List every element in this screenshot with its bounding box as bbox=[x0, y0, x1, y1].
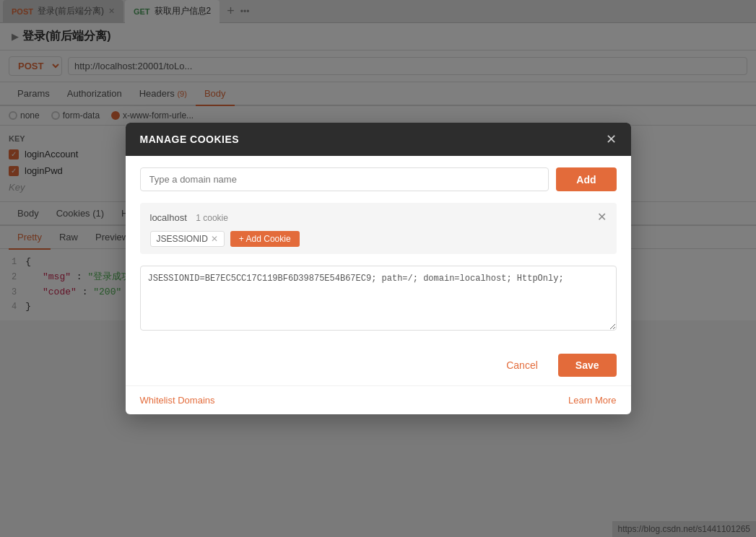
learn-more-link[interactable]: Learn More bbox=[568, 395, 616, 406]
cookie-tags-row: JSESSIONID ✕ + Add Cookie bbox=[150, 231, 607, 247]
domain-input-row: Add bbox=[140, 167, 617, 191]
add-domain-button[interactable]: Add bbox=[556, 167, 616, 191]
domain-close-button[interactable]: ✕ bbox=[597, 210, 607, 224]
cookie-editor[interactable]: JSESSIONID=BE7EC5CC17C119BF6D39875E54B67… bbox=[140, 266, 617, 331]
domain-input[interactable] bbox=[140, 167, 549, 191]
cookie-tag-name: JSESSIONID bbox=[157, 234, 208, 244]
cookie-count: 1 cookie bbox=[196, 213, 228, 223]
whitelist-domains-link[interactable]: Whitelist Domains bbox=[140, 395, 215, 406]
cookie-tag-close[interactable]: ✕ bbox=[211, 234, 218, 244]
modal-bottom-links: Whitelist Domains Learn More bbox=[126, 385, 631, 414]
cancel-button[interactable]: Cancel bbox=[495, 354, 549, 377]
manage-cookies-modal: MANAGE COOKIES ✕ Add localhost 1 cookie … bbox=[126, 123, 631, 414]
cookie-domain-name: localhost bbox=[150, 212, 187, 223]
modal-title: MANAGE COOKIES bbox=[140, 134, 240, 145]
save-button[interactable]: Save bbox=[558, 354, 617, 377]
cookie-domain-header: localhost 1 cookie ✕ bbox=[150, 210, 607, 224]
add-cookie-button[interactable]: + Add Cookie bbox=[230, 231, 300, 247]
modal-header: MANAGE COOKIES ✕ bbox=[126, 123, 631, 156]
modal-close-button[interactable]: ✕ bbox=[606, 133, 617, 146]
modal-overlay: MANAGE COOKIES ✕ Add localhost 1 cookie … bbox=[0, 0, 756, 537]
cookie-tag-jsessionid[interactable]: JSESSIONID ✕ bbox=[150, 231, 225, 247]
cookie-domain-info: localhost 1 cookie bbox=[150, 211, 228, 224]
modal-body: Add localhost 1 cookie ✕ JSESSIONID ✕ bbox=[126, 156, 631, 345]
modal-footer: Cancel Save bbox=[126, 345, 631, 385]
cookie-domain-section: localhost 1 cookie ✕ JSESSIONID ✕ + Add … bbox=[140, 203, 617, 254]
